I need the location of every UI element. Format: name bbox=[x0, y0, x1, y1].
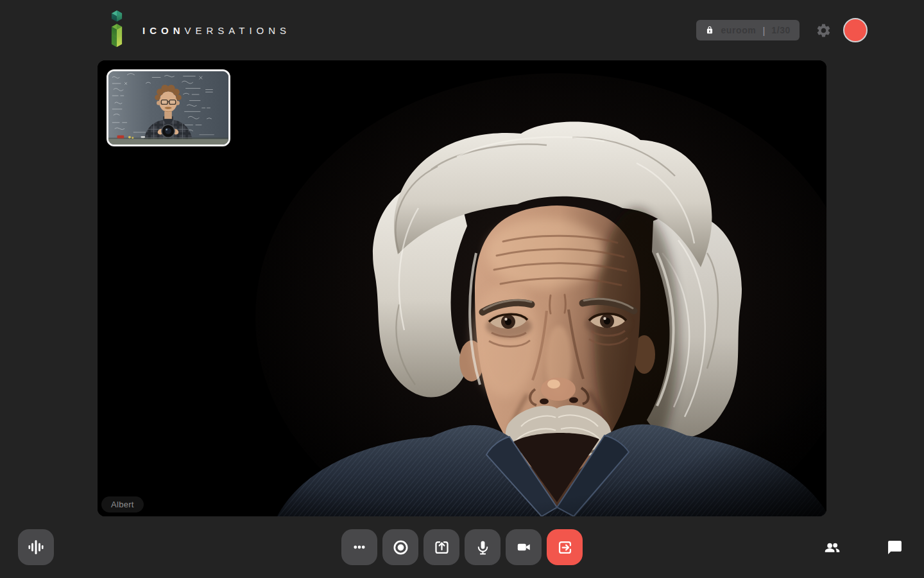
exit-icon bbox=[556, 539, 574, 556]
participants-button[interactable] bbox=[823, 538, 841, 556]
share-screen-button[interactable] bbox=[424, 529, 459, 565]
control-bar bbox=[0, 529, 924, 565]
user-avatar[interactable] bbox=[843, 18, 868, 42]
audio-levels-button[interactable] bbox=[18, 529, 54, 565]
header-actions: euroom | 1/30 bbox=[696, 18, 868, 42]
people-icon bbox=[823, 539, 841, 556]
brand: ICONVERSATIONS bbox=[108, 8, 291, 52]
mic-icon bbox=[474, 539, 492, 556]
microphone-button[interactable] bbox=[465, 529, 501, 565]
record-circle-icon bbox=[392, 539, 409, 556]
room-divider: | bbox=[762, 25, 765, 36]
app-root: { "brand": { "name_bold": "ICON", "name_… bbox=[0, 0, 924, 578]
room-name: euroom bbox=[721, 25, 756, 35]
lock-icon bbox=[705, 26, 714, 35]
ellipsis-icon bbox=[351, 539, 368, 556]
present-arrow-icon bbox=[433, 539, 450, 556]
side-panels-group bbox=[823, 529, 903, 565]
top-bar: ICONVERSATIONS euroom | 1/30 bbox=[0, 0, 924, 60]
brand-name-light: VERSATIONS bbox=[185, 25, 291, 36]
self-view-video[interactable] bbox=[107, 69, 230, 146]
brand-name: ICONVERSATIONS bbox=[142, 25, 291, 36]
brand-name-bold: ICON bbox=[142, 25, 185, 36]
settings-button[interactable] bbox=[815, 22, 832, 39]
graphic-eq-icon bbox=[28, 539, 44, 556]
video-stage[interactable]: Albert bbox=[98, 60, 826, 516]
chat-button[interactable] bbox=[886, 538, 903, 556]
chat-bubble-icon bbox=[887, 539, 903, 556]
leave-call-button[interactable] bbox=[547, 529, 583, 565]
camera-button[interactable] bbox=[506, 529, 542, 565]
room-code-field[interactable]: euroom | 1/30 bbox=[696, 20, 800, 40]
gear-icon bbox=[816, 22, 832, 39]
more-options-button[interactable] bbox=[341, 529, 377, 565]
self-view-image bbox=[108, 71, 228, 144]
call-controls-group bbox=[341, 529, 583, 565]
app-logo-icon bbox=[108, 8, 126, 52]
videocam-icon bbox=[515, 539, 532, 556]
record-button[interactable] bbox=[382, 529, 418, 565]
room-capacity: 1/30 bbox=[771, 25, 791, 35]
participant-name-tag: Albert bbox=[101, 496, 144, 512]
